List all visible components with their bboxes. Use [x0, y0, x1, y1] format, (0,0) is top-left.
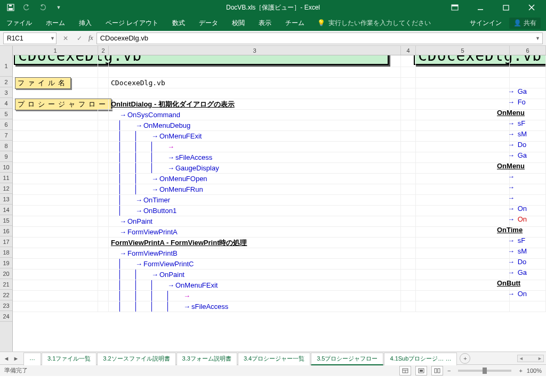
cell[interactable]	[13, 259, 98, 270]
redo-button[interactable]	[36, 1, 49, 14]
fx-icon[interactable]: fx	[89, 34, 93, 42]
cell[interactable]	[98, 291, 109, 301]
tab-insert[interactable]: 挿入	[78, 15, 93, 31]
cell[interactable]	[416, 216, 510, 227]
cell[interactable]	[401, 270, 416, 280]
cell[interactable]	[98, 301, 109, 312]
zoom-thumb[interactable]	[483, 368, 487, 374]
cell[interactable]	[13, 280, 98, 291]
cell[interactable]: → OnPaint	[109, 270, 401, 280]
cell[interactable]	[13, 131, 98, 142]
cell[interactable]: → OnMenuFOpen	[109, 174, 401, 184]
cell[interactable]	[109, 67, 401, 78]
cell[interactable]	[401, 131, 416, 142]
cell[interactable]	[13, 152, 98, 163]
cell[interactable]	[401, 88, 416, 99]
row-header[interactable]: 18	[0, 247, 12, 258]
row-header[interactable]: 16	[0, 226, 12, 236]
cell[interactable]	[416, 163, 510, 174]
cell[interactable]	[13, 270, 98, 280]
sheet-tab[interactable]: …	[23, 353, 41, 365]
tree-node[interactable]: OnPaint	[127, 217, 152, 225]
tab-review[interactable]: 校閲	[231, 15, 246, 31]
row-header[interactable]: 1	[0, 55, 12, 77]
tree-node[interactable]: FormViewPrintA	[127, 228, 178, 236]
row-header[interactable]: 22	[0, 290, 12, 300]
cell[interactable]	[416, 248, 510, 259]
view-normal-button[interactable]	[399, 366, 411, 375]
sheet-tab[interactable]: 3.2ソースファイル説明書	[97, 353, 175, 365]
zoom-out-button[interactable]: −	[447, 368, 451, 374]
sheet-tab[interactable]: 3.1ファイル一覧	[42, 353, 97, 365]
row-header[interactable]: 15	[0, 215, 12, 226]
cell[interactable]	[13, 216, 98, 227]
cell[interactable]	[416, 88, 510, 99]
tab-formulas[interactable]: 数式	[171, 15, 186, 31]
cell[interactable]	[416, 131, 510, 142]
row-header[interactable]: 13	[0, 194, 12, 205]
ribbon-display-options-button[interactable]	[443, 0, 467, 15]
row-header[interactable]: 19	[0, 258, 12, 268]
cell[interactable]	[98, 88, 109, 99]
cell[interactable]	[98, 238, 109, 248]
cell[interactable]	[98, 227, 109, 238]
cell[interactable]	[416, 291, 510, 301]
tab-view[interactable]: 表示	[258, 15, 272, 31]
cell[interactable]: → sFileAccess	[109, 152, 401, 163]
cell[interactable]	[401, 78, 416, 88]
cell[interactable]	[401, 301, 416, 312]
tab-home[interactable]: ホーム	[45, 15, 66, 31]
cell[interactable]	[13, 67, 98, 78]
cell[interactable]	[98, 259, 109, 270]
cell[interactable]	[401, 195, 416, 206]
save-button[interactable]	[4, 1, 17, 14]
formula-input[interactable]: CDocexeDlg.vb ▼	[97, 32, 543, 44]
cells-area[interactable]: CDocexeDlg.vb CDocexeDlg.vb ファイル名CDocexe…	[13, 46, 546, 352]
cell[interactable]	[98, 152, 109, 163]
cell[interactable]	[13, 184, 98, 195]
cell[interactable]	[510, 78, 546, 88]
cell[interactable]: → OnSysCommand	[109, 110, 401, 120]
cell[interactable]	[401, 163, 416, 174]
cell[interactable]: → sFileAccess	[109, 301, 401, 312]
row-header[interactable]: 10	[0, 162, 12, 173]
cell[interactable]	[98, 163, 109, 174]
row-header[interactable]: 24	[0, 311, 12, 322]
cell[interactable]: → OnMenuFExit	[109, 280, 401, 291]
row-header[interactable]: 9	[0, 151, 12, 162]
cell[interactable]	[98, 67, 109, 78]
sheet-tab[interactable]: 3.4プロシージャー一覧	[238, 353, 310, 365]
cell[interactable]	[13, 174, 98, 184]
row-header[interactable]: 8	[0, 141, 12, 151]
view-page-layout-button[interactable]	[415, 366, 427, 375]
tab-file[interactable]: ファイル	[5, 15, 33, 31]
cell[interactable]	[401, 67, 416, 78]
cell[interactable]	[401, 227, 416, 238]
column-header[interactable]: 1	[13, 46, 98, 55]
cell[interactable]	[109, 88, 401, 99]
cell[interactable]	[98, 206, 109, 216]
share-button[interactable]: 👤 共有	[509, 18, 541, 29]
cell[interactable]	[98, 184, 109, 195]
cell[interactable]: → FormViewPrintC	[109, 259, 401, 270]
cell[interactable]	[98, 195, 109, 206]
tree-node[interactable]: OnButton1	[143, 207, 176, 215]
cell[interactable]	[13, 142, 98, 152]
worksheet-grid[interactable]: 123456789101112131415161718192021222324 …	[0, 46, 546, 352]
cell[interactable]	[13, 120, 98, 131]
cell[interactable]: → OnButton1	[109, 206, 401, 216]
sheet-tab[interactable]: 4.1Subプロシージ… …	[384, 353, 457, 365]
cell[interactable]	[510, 67, 546, 78]
signin-link[interactable]: サインイン	[470, 19, 502, 28]
cell[interactable]	[401, 110, 416, 120]
cell[interactable]	[401, 99, 416, 110]
cell[interactable]	[416, 174, 510, 184]
tab-page-layout[interactable]: ページ レイアウト	[105, 15, 159, 31]
cell[interactable]	[13, 301, 98, 312]
cell[interactable]	[401, 291, 416, 301]
cell[interactable]: →	[109, 291, 401, 301]
cell[interactable]	[13, 291, 98, 301]
cell[interactable]	[401, 206, 416, 216]
cell[interactable]	[401, 174, 416, 184]
cell[interactable]	[98, 131, 109, 142]
